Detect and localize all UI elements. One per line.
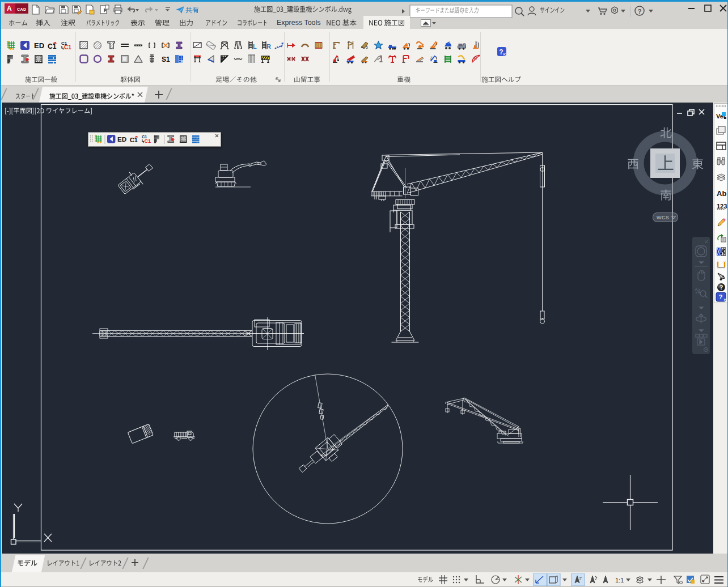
svg-text:?: ? bbox=[719, 294, 723, 300]
svg-text:123: 123 bbox=[717, 203, 727, 210]
svg-text:?: ? bbox=[719, 284, 723, 291]
svg-text:ED: ED bbox=[117, 135, 126, 143]
svg-text:R: R bbox=[474, 56, 477, 60]
svg-text:K: K bbox=[724, 298, 727, 301]
svg-text:?: ? bbox=[499, 48, 503, 56]
svg-text:C1: C1 bbox=[130, 137, 138, 143]
svg-text:ED: ED bbox=[34, 41, 44, 50]
svg-text:Z: Z bbox=[430, 56, 433, 60]
svg-text:L: L bbox=[253, 43, 257, 50]
svg-text:R: R bbox=[266, 43, 271, 50]
svg-text:K: K bbox=[503, 53, 506, 56]
svg-text:C1: C1 bbox=[64, 44, 71, 50]
svg-text:C1: C1 bbox=[145, 138, 151, 144]
svg-text:Ab: Ab bbox=[717, 189, 726, 198]
svg-text:C1: C1 bbox=[48, 42, 57, 50]
svg-text:S1: S1 bbox=[162, 56, 170, 63]
svg-text:5: 5 bbox=[366, 45, 368, 49]
svg-text:?: ? bbox=[638, 8, 642, 15]
svg-text:1:1: 1:1 bbox=[615, 577, 624, 584]
